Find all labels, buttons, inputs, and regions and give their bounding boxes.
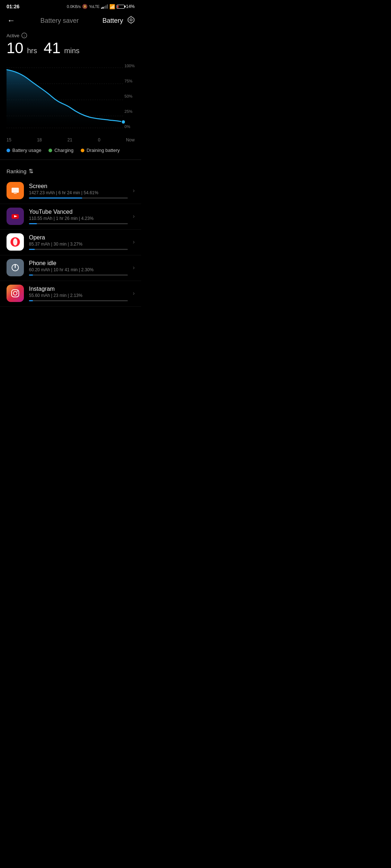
app-info-screen: Screen 1427.23 mAh | 6 hr 24 min | 54.61… xyxy=(29,183,128,199)
legend-battery-usage: Battery usage xyxy=(7,148,41,153)
legend: Battery usage Charging Draining battery xyxy=(0,142,141,157)
ranking-label: Ranking xyxy=(7,168,26,174)
app-info-opera: Opera 85.37 mAh | 30 min | 3.27% xyxy=(29,234,128,250)
chevron-screen: › xyxy=(133,187,135,194)
app-name-screen: Screen xyxy=(29,183,128,190)
app-item-opera[interactable]: Opera 85.37 mAh | 30 min | 3.27% › xyxy=(0,230,141,255)
active-section: Active i 10 hrs 41 mins xyxy=(0,31,141,59)
legend-dot-charging xyxy=(49,149,52,152)
active-time: 10 hrs 41 mins xyxy=(7,40,135,56)
app-info-yt-vanced: YouTube Vanced 110.55 mAh | 1 hr 26 min … xyxy=(29,209,128,224)
battery-icon xyxy=(117,5,125,9)
svg-rect-9 xyxy=(12,188,19,193)
mute-icon: 🔕 xyxy=(82,4,88,9)
svg-point-19 xyxy=(17,291,18,292)
battery-chart: 100% 75% 50% 25% 0% xyxy=(7,64,135,136)
app-icon-screen xyxy=(7,182,24,199)
app-name-yt-vanced: YouTube Vanced xyxy=(29,209,128,215)
legend-charging: Charging xyxy=(49,148,73,153)
legend-dot-usage xyxy=(7,149,10,152)
wifi-icon: 📶 xyxy=(109,4,115,9)
app-details-instagram: 55.60 mAh | 23 min | 2.13% xyxy=(29,293,128,298)
status-bar: 01:26 0.0KB/s 🔕 YoLTE 📶 14% xyxy=(0,0,141,12)
active-label: Active i xyxy=(7,33,135,38)
app-bar-bg-opera xyxy=(29,249,128,250)
chevron-instagram: › xyxy=(133,290,135,297)
chart-y-labels: 100% 75% 50% 25% 0% xyxy=(125,64,135,136)
header: ← Battery saver Battery xyxy=(0,12,141,31)
divider-1 xyxy=(0,159,141,160)
app-item-phone-idle[interactable]: Phone idle 60.20 mAh | 10 hr 41 min | 2.… xyxy=(0,255,141,281)
app-bar-fill-opera xyxy=(29,249,35,250)
app-name-opera: Opera xyxy=(29,234,128,241)
app-info-instagram: Instagram 55.60 mAh | 23 min | 2.13% xyxy=(29,286,128,301)
app-info-phone-idle: Phone idle 60.20 mAh | 10 hr 41 min | 2.… xyxy=(29,260,128,276)
app-item-instagram[interactable]: Instagram 55.60 mAh | 23 min | 2.13% › xyxy=(0,281,141,307)
app-icon-yt-vanced xyxy=(7,208,24,225)
back-button[interactable]: ← xyxy=(6,14,17,27)
app-bar-fill-phone xyxy=(29,275,33,276)
ranking-sort-button[interactable]: Ranking ⇅ xyxy=(0,163,141,178)
svg-rect-10 xyxy=(14,193,17,194)
app-icon-instagram xyxy=(7,285,24,302)
app-bar-bg-instagram xyxy=(29,300,128,301)
svg-point-14 xyxy=(13,238,17,246)
legend-draining: Draining battery xyxy=(81,148,120,153)
app-details-phone-idle: 60.20 mAh | 10 hr 41 min | 2.30% xyxy=(29,267,128,272)
legend-label-draining: Draining battery xyxy=(87,148,120,153)
app-bar-bg-yt xyxy=(29,223,128,224)
battery-tab[interactable]: Battery xyxy=(102,17,123,25)
sort-icon: ⇅ xyxy=(29,168,33,175)
status-icons: 0.0KB/s 🔕 YoLTE 📶 14% xyxy=(67,4,135,9)
app-bar-fill-yt xyxy=(29,223,37,224)
app-item-yt-vanced[interactable]: YouTube Vanced 110.55 mAh | 1 hr 26 min … xyxy=(0,204,141,230)
status-time: 01:26 xyxy=(7,4,20,9)
app-bar-bg-screen xyxy=(29,197,128,199)
app-bar-fill-instagram xyxy=(29,300,33,301)
app-name-phone-idle: Phone idle xyxy=(29,260,128,267)
chevron-phone-idle: › xyxy=(133,264,135,271)
signal-bars xyxy=(101,4,108,9)
settings-icon[interactable] xyxy=(127,16,135,26)
volte-icon: YoLTE xyxy=(89,5,100,9)
app-name-instagram: Instagram xyxy=(29,286,128,292)
legend-dot-draining xyxy=(81,149,84,152)
app-bar-fill-screen xyxy=(29,197,82,199)
speed-indicator: 0.0KB/s xyxy=(67,4,81,9)
battery-saver-tab[interactable]: Battery saver xyxy=(20,17,99,25)
legend-label-usage: Battery usage xyxy=(12,148,41,153)
app-item-screen[interactable]: Screen 1427.23 mAh | 6 hr 24 min | 54.61… xyxy=(0,178,141,204)
app-bar-bg-phone xyxy=(29,275,128,276)
chart-x-labels: 15 18 21 0 Now xyxy=(0,136,141,142)
svg-point-0 xyxy=(130,19,132,21)
info-icon: i xyxy=(21,33,27,38)
app-details-yt-vanced: 110.55 mAh | 1 hr 26 min | 4.23% xyxy=(29,216,128,221)
legend-label-charging: Charging xyxy=(54,148,73,153)
app-icon-phone-idle xyxy=(7,259,24,276)
chevron-yt: › xyxy=(133,213,135,220)
app-details-opera: 85.37 mAh | 30 min | 3.27% xyxy=(29,242,128,247)
chevron-opera: › xyxy=(133,239,135,245)
app-list: Screen 1427.23 mAh | 6 hr 24 min | 54.61… xyxy=(0,178,141,307)
svg-point-18 xyxy=(13,292,17,295)
battery-percent: 14% xyxy=(126,4,135,9)
app-icon-opera xyxy=(7,233,24,251)
svg-text:i: i xyxy=(24,34,25,38)
app-details-screen: 1427.23 mAh | 6 hr 24 min | 54.61% xyxy=(29,190,128,195)
